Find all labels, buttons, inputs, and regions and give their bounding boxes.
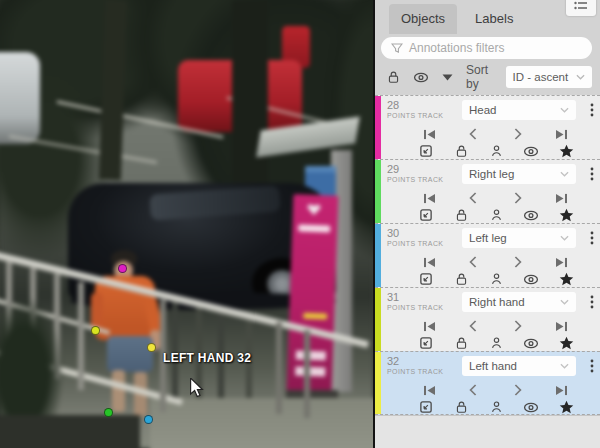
first-keyframe-button[interactable] xyxy=(421,127,437,141)
star-icon xyxy=(559,144,574,158)
switch-keyframe-button[interactable] xyxy=(558,400,574,414)
last-keyframe-button[interactable] xyxy=(554,127,570,141)
track-actions-menu-button[interactable] xyxy=(590,356,594,376)
next-keyframe-button[interactable] xyxy=(510,191,526,205)
previous-keyframe-icon xyxy=(469,128,477,140)
next-keyframe-button[interactable] xyxy=(510,127,526,141)
switch-occluded-button[interactable] xyxy=(488,208,504,222)
previous-keyframe-button[interactable] xyxy=(465,319,481,333)
switch-pinned-button[interactable] xyxy=(418,208,434,222)
track-label-value: Left leg xyxy=(469,232,507,244)
tab-objects[interactable]: Objects xyxy=(389,4,457,34)
track-label-select[interactable]: Left hand xyxy=(462,356,576,376)
first-keyframe-button[interactable] xyxy=(421,191,437,205)
track-label-select[interactable]: Right leg xyxy=(462,164,576,184)
switch-keyframe-button[interactable] xyxy=(558,144,574,158)
sidebar-tabs: Objects Labels xyxy=(375,0,600,34)
previous-keyframe-button[interactable] xyxy=(465,255,481,269)
switch-lock-button[interactable] xyxy=(453,144,469,158)
switch-lock-button[interactable] xyxy=(453,272,469,286)
switch-pinned-button[interactable] xyxy=(418,400,434,414)
eye-icon xyxy=(523,337,539,350)
chevron-down-icon xyxy=(560,363,569,369)
last-keyframe-button[interactable] xyxy=(554,255,570,269)
annotations-filter-input[interactable]: Annotations filters xyxy=(381,37,592,59)
star-icon xyxy=(559,400,574,414)
previous-keyframe-button[interactable] xyxy=(465,127,481,141)
track-row[interactable]: 30 POINTS TRACK Left leg xyxy=(375,223,600,287)
switch-hidden-button[interactable] xyxy=(523,336,539,350)
pinned-frame-icon xyxy=(419,400,433,414)
kebab-menu-icon xyxy=(590,167,594,181)
switch-hidden-button[interactable] xyxy=(523,400,539,414)
switch-hidden-button[interactable] xyxy=(523,144,539,158)
last-keyframe-button[interactable] xyxy=(554,383,570,397)
person-icon xyxy=(490,144,503,158)
next-keyframe-icon xyxy=(514,128,522,140)
hide-all-button[interactable] xyxy=(413,71,429,84)
track-kind: POINTS TRACK xyxy=(387,112,443,119)
expand-all-button[interactable] xyxy=(442,74,453,81)
track-actions-menu-button[interactable] xyxy=(590,228,594,248)
funnel-icon xyxy=(391,43,403,54)
video-canvas[interactable]: LEFT HAND 32 xyxy=(0,0,373,448)
switch-lock-button[interactable] xyxy=(453,208,469,222)
track-label-value: Head xyxy=(469,104,497,116)
track-label-select[interactable]: Head xyxy=(462,100,576,120)
active-point-label: LEFT HAND 32 xyxy=(163,351,251,365)
track-ident: 29 POINTS TRACK xyxy=(387,164,443,183)
switch-lock-button[interactable] xyxy=(453,336,469,350)
appearance-menu-button[interactable] xyxy=(566,0,596,16)
track-row[interactable]: 32 POINTS TRACK Left hand xyxy=(375,351,600,415)
switch-occluded-button[interactable] xyxy=(488,336,504,350)
switch-hidden-button[interactable] xyxy=(523,208,539,222)
tab-labels[interactable]: Labels xyxy=(463,4,525,34)
kebab-menu-icon xyxy=(590,231,594,245)
track-row[interactable]: 29 POINTS TRACK Right leg xyxy=(375,159,600,223)
track-actions-menu-button[interactable] xyxy=(590,292,594,312)
keypoint-right-leg[interactable] xyxy=(104,408,113,417)
pinned-frame-icon xyxy=(419,208,433,222)
keypoint-right-hand[interactable] xyxy=(91,326,100,335)
lock-all-button[interactable] xyxy=(387,70,400,84)
first-keyframe-button[interactable] xyxy=(421,319,437,333)
track-label-select[interactable]: Left leg xyxy=(462,228,576,248)
switch-hidden-button[interactable] xyxy=(523,272,539,286)
next-keyframe-button[interactable] xyxy=(510,255,526,269)
switch-occluded-button[interactable] xyxy=(488,400,504,414)
kebab-menu-icon xyxy=(590,295,594,309)
track-row[interactable]: 28 POINTS TRACK Head xyxy=(375,95,600,159)
switch-keyframe-button[interactable] xyxy=(558,208,574,222)
switch-occluded-button[interactable] xyxy=(488,144,504,158)
keypoint-left-hand[interactable] xyxy=(147,343,156,352)
switch-occluded-button[interactable] xyxy=(488,272,504,286)
first-keyframe-button[interactable] xyxy=(421,383,437,397)
first-keyframe-button[interactable] xyxy=(421,255,437,269)
switch-pinned-button[interactable] xyxy=(418,144,434,158)
objects-sidebar: Objects Labels Annotations filters xyxy=(375,0,600,448)
next-keyframe-button[interactable] xyxy=(510,319,526,333)
track-id: 29 xyxy=(387,164,443,176)
track-id: 32 xyxy=(387,356,443,368)
previous-keyframe-button[interactable] xyxy=(465,383,481,397)
track-color-bar xyxy=(375,288,381,351)
track-label-select[interactable]: Right hand xyxy=(462,292,576,312)
track-color-bar xyxy=(375,96,381,159)
switch-lock-button[interactable] xyxy=(453,400,469,414)
star-icon xyxy=(559,272,574,286)
sort-select[interactable]: ID - ascent xyxy=(506,66,592,88)
switch-keyframe-button[interactable] xyxy=(558,272,574,286)
switch-pinned-button[interactable] xyxy=(418,272,434,286)
switch-keyframe-button[interactable] xyxy=(558,336,574,350)
last-keyframe-button[interactable] xyxy=(554,191,570,205)
eye-icon xyxy=(523,273,539,286)
last-keyframe-button[interactable] xyxy=(554,319,570,333)
next-keyframe-button[interactable] xyxy=(510,383,526,397)
switch-pinned-button[interactable] xyxy=(418,336,434,350)
keypoint-left-leg[interactable] xyxy=(144,415,153,424)
track-actions-menu-button[interactable] xyxy=(590,100,594,120)
previous-keyframe-button[interactable] xyxy=(465,191,481,205)
keypoint-head[interactable] xyxy=(118,264,127,273)
track-row[interactable]: 31 POINTS TRACK Right hand xyxy=(375,287,600,351)
track-actions-menu-button[interactable] xyxy=(590,164,594,184)
